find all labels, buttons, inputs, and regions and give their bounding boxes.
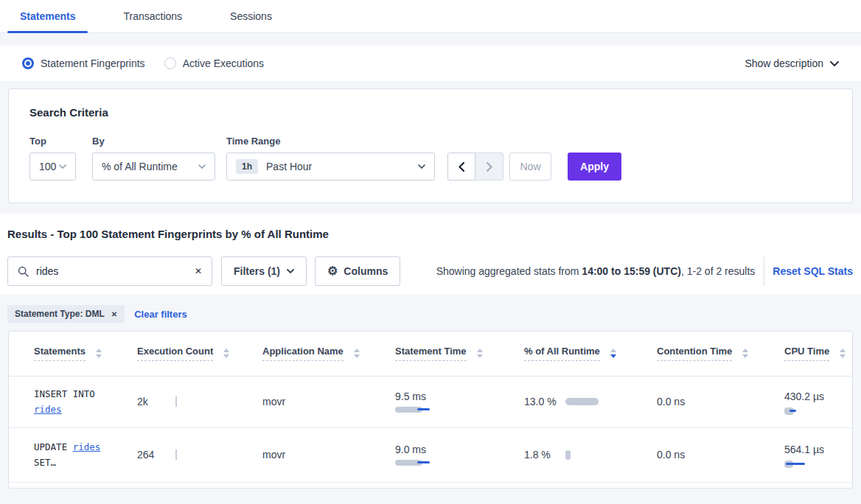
sort-carets-icon[interactable]: [477, 349, 483, 358]
statement-time-cell: 9.0 ms: [370, 427, 499, 482]
search-criteria-card: Search Criteria Top 100 By % of All Runt…: [8, 88, 853, 203]
radio-selected-icon: [22, 57, 34, 69]
by-value: % of All Runtime: [102, 161, 178, 172]
by-field: By % of All Runtime: [92, 136, 215, 181]
statement-cell[interactable]: UPDATE ridesSET…: [9, 427, 112, 482]
filter-chip-label: Statement Type: DML: [15, 309, 105, 319]
statement-line: INSERT INTO: [34, 386, 112, 402]
statement-keyword: SET…: [34, 457, 56, 468]
cpu-time-value: 430.2 µs: [784, 388, 827, 405]
by-select[interactable]: % of All Runtime: [92, 153, 215, 181]
bar-blue: [417, 408, 430, 410]
sort-desc-icon: [223, 354, 229, 358]
statement-keyword: INSERT INTO: [34, 388, 95, 399]
time-range-label: Time Range: [226, 136, 435, 147]
clear-filters-link[interactable]: Clear filters: [134, 309, 187, 320]
column-header-contention-time[interactable]: Contention Time: [632, 332, 759, 376]
radio-active-executions[interactable]: Active Executions: [164, 57, 265, 69]
previous-time-button[interactable]: [447, 153, 475, 181]
cpu-time-value: 564.1 µs: [784, 441, 827, 458]
time-range-select[interactable]: 1h Past Hour: [226, 153, 435, 181]
sort-carets-icon[interactable]: [610, 349, 616, 358]
search-box[interactable]: ✕: [7, 256, 212, 286]
runtime-pct-value: 13.0 %: [524, 393, 558, 410]
stats-time-range: 14:00 to 15:59 (UTC): [582, 265, 681, 277]
clear-search-icon[interactable]: ✕: [195, 267, 202, 276]
runtime-pct-cell: 13.0 %: [499, 376, 632, 427]
results-heading: Results - Top 100 Statement Fingerprints…: [7, 228, 853, 240]
radio-label: Active Executions: [183, 57, 265, 69]
execution-count-value: 2k: [137, 396, 158, 407]
statement-cell[interactable]: INSERT INTOrides: [9, 376, 112, 427]
statement-time-bar: [395, 459, 439, 466]
top-value: 100: [39, 161, 56, 172]
next-time-button[interactable]: [475, 153, 503, 181]
sort-desc-icon: [742, 354, 748, 358]
statement-line: rides: [34, 402, 112, 417]
table-header-row: StatementsExecution CountApplication Nam…: [9, 332, 852, 376]
sort-asc-icon: [742, 349, 748, 352]
view-toggle-strip: Statement FingerprintsActive Executions …: [0, 46, 861, 81]
column-header-of-all-runtime[interactable]: % of All Runtime: [499, 332, 632, 376]
column-header-execution-count[interactable]: Execution Count: [112, 332, 237, 376]
time-range-badge: 1h: [236, 159, 258, 174]
vertical-divider: [764, 256, 764, 286]
statement-line: UPDATE rides: [34, 439, 112, 455]
table-row[interactable]: UPDATE ridesSET…264movr9.0 ms1.8 %0.0 ns…: [9, 427, 852, 482]
time-range-value: Past Hour: [266, 161, 312, 172]
top-select[interactable]: 100: [29, 153, 76, 181]
top-field: Top 100: [29, 136, 76, 181]
execution-count-cell: 264: [112, 427, 237, 482]
column-header-statements[interactable]: Statements: [9, 332, 112, 376]
search-input[interactable]: [36, 265, 195, 277]
sort-asc-icon: [610, 349, 616, 352]
sort-carets-icon[interactable]: [742, 349, 748, 358]
application-name-value: movr: [262, 449, 285, 461]
column-header-label: Contention Time: [657, 346, 732, 361]
radio-statement-fingerprints[interactable]: Statement Fingerprints: [22, 57, 145, 69]
columns-button[interactable]: ⚙ Columns: [315, 256, 400, 286]
stats-summary: Showing aggregated stats from 14:00 to 1…: [436, 265, 756, 277]
column-header-cpu-time[interactable]: CPU Time: [759, 332, 852, 376]
statement-time-cell: 9.5 ms: [370, 376, 499, 427]
column-header-label: % of All Runtime: [524, 346, 600, 361]
column-header-label: Execution Count: [137, 346, 213, 361]
tab-sessions[interactable]: Sessions: [217, 0, 285, 32]
execution-count-value: 264: [137, 449, 158, 461]
sort-carets-icon[interactable]: [223, 349, 229, 358]
search-icon: [18, 266, 29, 277]
sort-asc-icon: [223, 349, 229, 352]
statement-time-bar: [395, 406, 439, 413]
tab-statements[interactable]: Statements: [7, 0, 88, 32]
now-button[interactable]: Now: [509, 153, 551, 181]
application-name-value: movr: [262, 396, 285, 407]
view-toggle: Statement FingerprintsActive Executions: [22, 57, 283, 69]
columns-button-label: Columns: [344, 265, 388, 277]
gear-icon: ⚙: [327, 265, 338, 277]
column-header-statement-time[interactable]: Statement Time: [370, 332, 499, 376]
sort-carets-icon[interactable]: [840, 349, 846, 358]
table-row[interactable]: INSERT INTOrides2kmovr9.5 ms13.0 %0.0 ns…: [9, 376, 852, 427]
remove-filter-icon[interactable]: ✕: [111, 310, 117, 318]
runtime-pct-value: 1.8 %: [524, 447, 558, 463]
column-header-label: CPU Time: [784, 346, 829, 361]
execution-count-cell: 2k: [112, 376, 237, 427]
statement-link[interactable]: rides: [34, 404, 62, 415]
show-description-toggle[interactable]: Show description: [745, 57, 839, 69]
statement-link[interactable]: rides: [73, 441, 101, 452]
sort-carets-icon[interactable]: [354, 349, 360, 358]
column-header-label: Statements: [34, 346, 86, 361]
tab-transactions[interactable]: Transactions: [111, 0, 195, 32]
filter-chip[interactable]: Statement Type: DML ✕: [7, 305, 125, 323]
sort-asc-icon: [477, 349, 483, 352]
reset-sql-stats-link[interactable]: Reset SQL Stats: [773, 265, 853, 277]
cpu-time-bar: [784, 407, 829, 415]
sort-asc-icon: [354, 349, 360, 352]
filters-button[interactable]: Filters (1): [221, 256, 307, 286]
contention-time-value: 0.0 ns: [657, 449, 685, 461]
sort-carets-icon[interactable]: [96, 349, 102, 358]
apply-button[interactable]: Apply: [568, 153, 621, 181]
chevron-right-icon: [487, 162, 492, 172]
column-header-application-name[interactable]: Application Name: [237, 332, 370, 376]
chevron-down-icon: [418, 164, 425, 169]
